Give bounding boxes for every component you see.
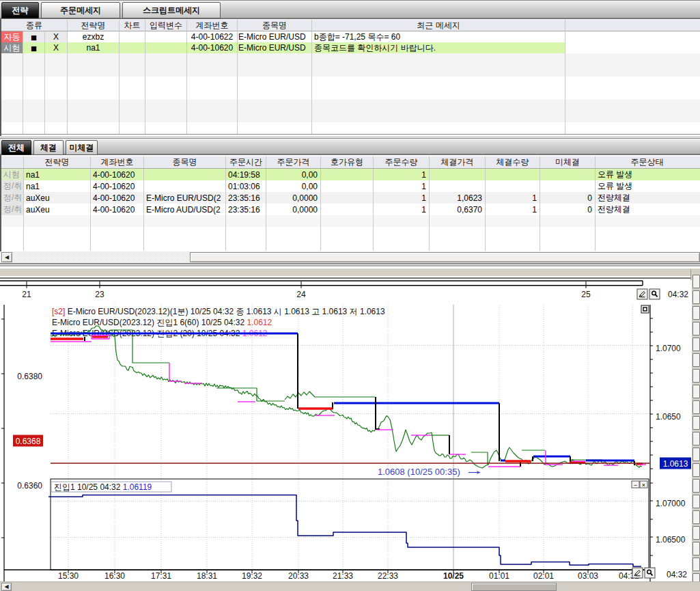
order-price: 0,0000 (266, 192, 321, 204)
order-row-3[interactable]: 정/취 auXeu 4-00-10620 E-Micro EUR/USD(2 2… (1, 192, 700, 204)
col-chart[interactable]: 차트 (120, 20, 145, 31)
row-filler (565, 42, 700, 53)
col-type[interactable]: 종류 (1, 20, 68, 31)
order-account: 4-00-10620 (91, 204, 144, 215)
draw-button[interactable] (632, 568, 643, 578)
panel-splitter[interactable] (0, 269, 700, 276)
draw-button[interactable] (637, 289, 647, 299)
col-order-price[interactable]: 주문가격 (266, 156, 321, 168)
zoom-button[interactable] (649, 289, 660, 299)
empty-stripe (1, 122, 700, 134)
strategy-account: 4-00-10622 (187, 31, 238, 42)
time-label: 16:30 (104, 571, 125, 581)
clock-label: 04:32 (668, 290, 688, 299)
col-order-time[interactable]: 주문시간 (226, 156, 266, 168)
order-status: 전량체결 (596, 204, 699, 215)
scroll-left-button[interactable]: ◀ (1, 252, 12, 262)
order-unfilled (540, 169, 596, 180)
order-tag: 시험 (1, 169, 24, 180)
main-panel-restore-icon[interactable] (641, 305, 649, 313)
order-type (321, 180, 374, 192)
col-message[interactable]: 최근 메세지 (312, 20, 565, 31)
order-status: 오류 발생 (596, 180, 699, 192)
close-x-button[interactable]: X (45, 42, 68, 53)
order-strategy: na1 (24, 169, 91, 180)
step-black (376, 397, 380, 429)
orders-table-header: 전략명 계좌번호 종목명 주문시간 주문가격 호가유형 주문수량 체결가격 체결… (1, 156, 700, 169)
time-label: 03:03 (578, 571, 598, 581)
order-instrument: E-Micro AUD/USD(2 (144, 204, 226, 215)
tab-script-messages[interactable]: 스크립트메세지 (122, 2, 221, 18)
run-checkbox[interactable]: ■ (23, 42, 45, 53)
order-row-2[interactable]: 정/취 na1 4-00-10620 01:03:06 0,00 1 오류 발생 (1, 180, 700, 192)
order-price: 0,00 (266, 180, 321, 192)
time-label: 10/25 (443, 571, 464, 581)
col-account[interactable]: 계좌번호 (187, 20, 238, 31)
col-name[interactable]: 전략명 (68, 20, 120, 31)
last-signal-label: 1.0608 (10/25 00:35) (378, 467, 460, 477)
order-fill-qty: 1 (486, 192, 540, 204)
order-instrument (144, 169, 226, 180)
trading-app-window: {"strategy_tabs":{"items":[{"label":"전략"… (0, 0, 700, 591)
tab-unfilled[interactable]: 미체결 (66, 140, 98, 155)
sub-panel-header-text: 진입1 10/25 04:32 1.06119 (54, 482, 152, 492)
tab-order-messages[interactable]: 주문메세지 (41, 2, 120, 18)
order-strategy: auXeu (24, 204, 91, 215)
time-label: 22:33 (378, 571, 398, 581)
time-axis: 15:3016:3017:3118:3119:3220:3321:3322:33… (4, 570, 687, 581)
right-axis-label: 1.0650 (656, 412, 681, 422)
strategy-row-na1[interactable]: 시험 ■ X na1 4-00-10620 E-Micro EUR/USD 종목… (1, 42, 700, 53)
strategy-message: 종목코드를 확인하시기 바랍니다. (312, 42, 565, 53)
tab-filled[interactable]: 체결 (33, 140, 64, 155)
left-axis-label: 0.6360 (17, 481, 42, 491)
zoom-button[interactable] (645, 568, 655, 578)
time-label: 01:01 (489, 571, 509, 581)
order-fill-qty (486, 169, 540, 180)
col-status[interactable]: 주문상태 (596, 156, 699, 168)
col-account[interactable]: 계좌번호 (91, 156, 144, 168)
col-fill-qty[interactable]: 체결수량 (486, 156, 540, 168)
order-fill-price (430, 169, 486, 180)
col-strategy[interactable]: 전략명 (24, 156, 91, 168)
col-filler (565, 20, 700, 31)
order-unfilled (540, 180, 596, 192)
col-instrument[interactable]: 종목명 (144, 156, 226, 168)
order-status: 오류 발생 (596, 169, 699, 180)
time-label: 18:31 (197, 571, 217, 581)
right-axis-label: 1.06500 (656, 535, 686, 545)
scrollbar-thumb[interactable] (471, 583, 557, 591)
time-label: 19:32 (242, 571, 262, 581)
order-row-4[interactable]: 정/취 auXeu 4-00-10620 E-Micro AUD/USD(2 2… (1, 204, 700, 215)
right-axis-label: 1.0700 (656, 344, 681, 353)
order-tabbar: 전체 체결 미체결 (0, 138, 700, 155)
date-label: 25 (581, 290, 591, 299)
order-strategy: na1 (24, 180, 91, 192)
order-row-1[interactable]: 시험 na1 4-00-10620 04:19:58 0,00 1 오류 발생 (1, 169, 700, 180)
col-unfilled[interactable]: 미체결 (540, 156, 596, 168)
order-type (321, 192, 374, 204)
price-chart: 2123242504:32[s2] E-Micro EUR/USD(2023.1… (0, 280, 700, 581)
strategy-row-ezxbz[interactable]: 자동 ■ X ezxbz 4-00-10622 E-Micro EUR/USD … (1, 31, 700, 42)
scrollbar-thumb[interactable] (190, 252, 700, 262)
empty-stripe (1, 77, 700, 100)
col-instrument[interactable]: 종목명 (238, 20, 312, 31)
close-x-button[interactable]: X (45, 31, 68, 42)
col-order-type[interactable]: 호가유형 (321, 156, 374, 168)
run-checkbox[interactable]: ■ (23, 31, 45, 42)
strategy-params (145, 31, 187, 42)
sub-panel-frame (51, 479, 649, 570)
scroll-left-button[interactable]: ◀ (1, 583, 12, 591)
clock-label: 04:32 (667, 570, 687, 579)
strategy-chart (120, 31, 145, 42)
strategy-instrument: E-Micro EUR/USD (238, 42, 312, 53)
right-axis-label: 1.07000 (656, 499, 686, 508)
col-order-qty[interactable]: 주문수량 (374, 156, 430, 168)
tab-all-orders[interactable]: 전체 (1, 140, 31, 155)
tab-strategy[interactable]: 전략 (1, 2, 39, 18)
col-fill-price[interactable]: 체결가격 (430, 156, 486, 168)
strategy-instrument: E-Micro EUR/USD (238, 31, 312, 42)
order-qty: 1 (374, 180, 430, 192)
right-axis: 1.07001.06501.070001.065001.0613 (650, 305, 691, 581)
order-qty: 1 (374, 169, 430, 180)
col-params[interactable]: 입력변수 (145, 20, 187, 31)
